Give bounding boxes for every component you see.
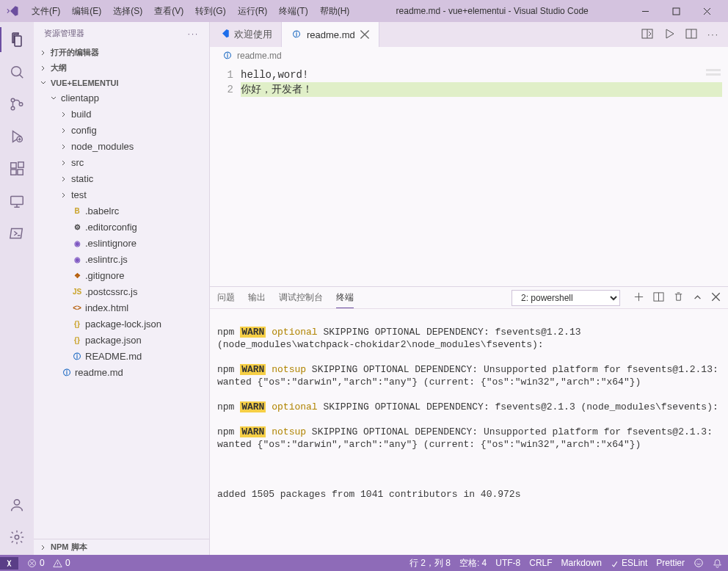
status-encoding[interactable]: UTF-8 (495, 558, 520, 568)
folder-static[interactable]: static (34, 171, 209, 187)
status-bell-icon[interactable] (713, 559, 722, 568)
run-debug-icon[interactable] (7, 126, 27, 147)
panel-tab-output[interactable]: 输出 (248, 288, 266, 308)
menu-terminal[interactable]: 终端(T) (274, 3, 313, 20)
breadcrumb[interactable]: ⓘ readme.md (210, 47, 728, 65)
title-bar: 文件(F) 编辑(E) 选择(S) 查看(V) 转到(G) 运行(R) 终端(T… (0, 0, 728, 22)
tree-label: clientapp (61, 91, 99, 106)
tab-welcome[interactable]: 欢迎使用 (210, 22, 282, 47)
info-icon: ⓘ (222, 50, 233, 62)
section-npm-scripts[interactable]: NPM 脚本 (34, 539, 209, 555)
file-eslintrc[interactable]: ◉.eslintrc.js (34, 252, 209, 268)
tree-label: static (71, 172, 93, 186)
folder-config[interactable]: config (34, 123, 209, 139)
minimize-button[interactable] (630, 0, 660, 22)
folder-node-modules[interactable]: node_modules (34, 139, 209, 155)
panel-tab-terminal[interactable]: 终端 (336, 288, 354, 308)
file-gitignore[interactable]: ❖.gitignore (34, 268, 209, 284)
source-control-icon[interactable] (7, 94, 27, 114)
file-package-lock[interactable]: {}package-lock.json (34, 316, 209, 332)
svg-point-4 (19, 103, 23, 106)
file-index-html[interactable]: <>index.html (34, 300, 209, 316)
close-panel-icon[interactable] (711, 292, 721, 304)
remote-explorer-icon[interactable] (7, 191, 27, 211)
panel-tab-problems[interactable]: 问题 (217, 288, 235, 308)
terminal-content[interactable]: npm WARN optional SKIPPING OPTIONAL DEPE… (210, 309, 728, 555)
chevron-right-icon (59, 109, 69, 120)
folder-clientapp[interactable]: clientapp (34, 90, 209, 106)
new-terminal-icon[interactable] (633, 291, 644, 305)
info-icon: ⓘ (291, 29, 302, 40)
explorer-icon[interactable] (7, 29, 27, 50)
t: WARN (240, 401, 266, 412)
menu-help[interactable]: 帮助(H) (315, 3, 355, 20)
status-eol[interactable]: CRLF (529, 558, 552, 568)
tree-label: src (71, 156, 84, 170)
editor-tabs: 欢迎使用 ⓘ readme.md ··· (210, 22, 728, 47)
status-language[interactable]: Markdown (561, 558, 602, 568)
extensions-icon[interactable] (7, 159, 27, 179)
section-project[interactable]: VUE+ELEMENTUI (34, 76, 209, 90)
settings-gear-icon[interactable] (7, 527, 27, 548)
tree-label: .gitignore (85, 269, 124, 283)
file-editorconfig[interactable]: ⚙.editorconfig (34, 219, 209, 236)
split-editor-icon[interactable] (685, 28, 697, 42)
maximize-button[interactable] (660, 0, 691, 22)
section-open-editors[interactable]: 打开的编辑器 (34, 45, 209, 60)
terminal-select[interactable]: 2: powershell (512, 290, 620, 306)
menu-select[interactable]: 选择(S) (108, 3, 148, 20)
status-eslint[interactable]: ESLint (611, 558, 647, 568)
breadcrumb-item: readme.md (237, 51, 282, 61)
status-feedback-icon[interactable] (694, 558, 704, 568)
trash-icon[interactable] (673, 291, 684, 305)
file-readme-lower[interactable]: ⓘreadme.md (34, 365, 209, 381)
gear-icon: ⚙ (71, 222, 83, 233)
file-package-json[interactable]: {}package.json (34, 332, 209, 349)
svg-point-3 (11, 106, 15, 110)
chevron-right-icon (59, 174, 69, 184)
git-icon: ❖ (71, 270, 83, 282)
account-icon[interactable] (7, 495, 27, 515)
editor[interactable]: 1 2 hello,word! 你好，开发者！ (210, 65, 728, 286)
menu-view[interactable]: 查看(V) (149, 3, 189, 20)
folder-src[interactable]: src (34, 155, 209, 171)
remote-indicator[interactable] (0, 557, 18, 570)
t: npm (217, 401, 240, 412)
status-errors[interactable]: 0 0 (27, 558, 70, 568)
menu-goto[interactable]: 转到(G) (190, 3, 230, 20)
menu-file[interactable]: 文件(F) (26, 3, 65, 20)
tab-readme[interactable]: ⓘ readme.md (282, 22, 379, 47)
file-eslintignore[interactable]: ◉.eslintignore (34, 236, 209, 252)
project-label: VUE+ELEMENTUI (51, 79, 119, 87)
chevron-up-icon[interactable] (693, 292, 702, 304)
status-prettier[interactable]: Prettier (656, 558, 685, 568)
search-icon[interactable] (7, 62, 27, 82)
panel-tab-debug[interactable]: 调试控制台 (279, 288, 323, 308)
run-icon[interactable] (663, 28, 675, 42)
close-button[interactable] (691, 0, 722, 22)
more-icon[interactable]: ··· (188, 29, 199, 38)
folder-build[interactable]: build (34, 106, 209, 123)
folder-test[interactable]: test (34, 187, 209, 203)
json-icon: {} (71, 319, 83, 330)
tree-label: test (71, 188, 87, 203)
close-icon[interactable] (360, 29, 370, 40)
file-postcssrc[interactable]: JS.postcssrc.js (34, 284, 209, 300)
split-terminal-icon[interactable] (653, 291, 664, 305)
tree-label: node_modules (71, 139, 134, 154)
powershell-icon[interactable] (7, 223, 27, 244)
split-preview-icon[interactable] (641, 28, 653, 42)
section-outline[interactable]: 大纲 (34, 60, 209, 76)
file-readme-upper[interactable]: ⓘREADME.md (34, 349, 209, 365)
file-babelrc[interactable]: B.babelrc (34, 203, 209, 219)
js-icon: JS (71, 286, 83, 298)
status-spaces[interactable]: 空格: 4 (459, 557, 487, 570)
tab-label: 欢迎使用 (234, 28, 272, 41)
svg-rect-0 (673, 8, 680, 15)
more-icon[interactable]: ··· (707, 29, 719, 40)
status-line-col[interactable]: 行 2，列 8 (410, 557, 451, 570)
vscode-logo-icon (6, 4, 19, 18)
menu-run[interactable]: 运行(R) (233, 3, 273, 20)
menu-edit[interactable]: 编辑(E) (67, 3, 106, 20)
minimap[interactable] (706, 69, 721, 84)
